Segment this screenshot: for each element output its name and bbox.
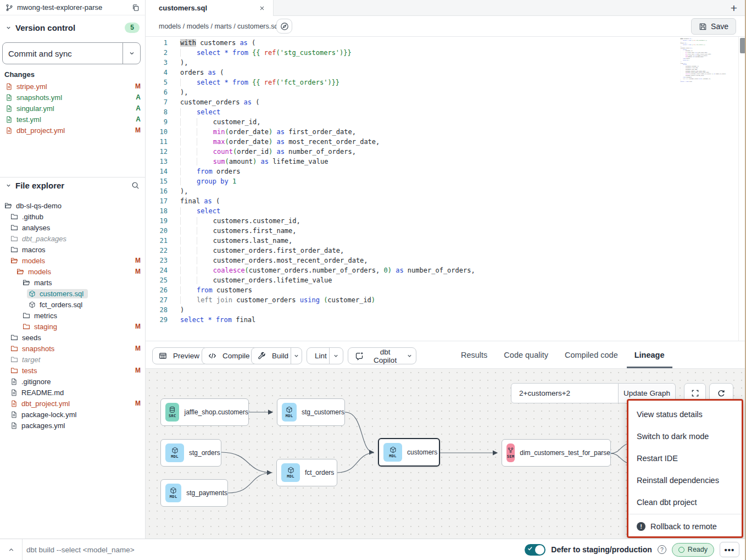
code-line[interactable]: 14 from orders xyxy=(146,167,475,176)
code-line[interactable]: 22 customer_orders.first_order_date, xyxy=(146,246,475,256)
menu-item-clean-dbt-project[interactable]: Clean dbt project xyxy=(628,491,742,513)
lint-dropdown-chevron-icon[interactable] xyxy=(330,348,343,364)
code-line[interactable]: 16), xyxy=(146,186,475,196)
code-line[interactable]: 19 customers.customer_id, xyxy=(146,216,475,226)
change-row[interactable]: dbt_project.ymlM xyxy=(0,125,145,136)
code-line[interactable]: 29select * from final xyxy=(678,81,737,82)
change-row[interactable]: stripe.ymlM xyxy=(0,81,145,92)
new-tab-button[interactable]: + xyxy=(731,0,737,16)
file-tree-item-analyses[interactable]: analyses xyxy=(0,222,145,233)
file-tree-item-macros[interactable]: macros xyxy=(0,244,145,255)
code-line[interactable]: 18 select xyxy=(146,206,475,216)
search-icon[interactable] xyxy=(131,181,140,190)
menu-item-switch-to-dark-mode[interactable]: Switch to dark mode xyxy=(628,425,742,447)
code-line[interactable]: 29select * from final xyxy=(146,315,475,325)
menu-item-rollback-to-remote[interactable]: !Rollback to remote xyxy=(628,515,742,538)
file-tree-item-seeds[interactable]: seeds xyxy=(0,332,145,343)
lineage-node-fct-orders[interactable]: MDLfct_orders xyxy=(276,459,337,486)
file-tree-item-db-sl-qs-demo[interactable]: db-sl-qs-demo xyxy=(0,200,145,211)
build-button[interactable]: Build xyxy=(252,352,291,360)
file-tree-item--github[interactable]: .github xyxy=(0,211,145,222)
file-tree-item-tests[interactable]: testsM xyxy=(0,365,145,376)
file-tree-item-fct-orders-sql[interactable]: fct_orders.sql xyxy=(0,299,145,310)
code-line[interactable]: 23 customer_orders.most_recent_order_dat… xyxy=(146,256,475,265)
defer-toggle[interactable] xyxy=(525,544,545,556)
file-tree-item-marts[interactable]: marts xyxy=(0,277,145,288)
code-line[interactable]: 7customer_orders as ( xyxy=(146,97,475,107)
menu-item-restart-ide[interactable]: Restart IDE xyxy=(628,447,742,469)
code-line[interactable]: 8 select xyxy=(146,107,475,117)
chevron-up-icon[interactable] xyxy=(8,539,15,560)
dbt-command-input[interactable] xyxy=(26,539,356,560)
menu-item-view-status-details[interactable]: View status details xyxy=(628,403,742,425)
help-icon[interactable]: ? xyxy=(658,545,666,554)
file-tree-item-readme-md[interactable]: README.md xyxy=(0,387,145,398)
file-tree-item-dbt-project-yml[interactable]: dbt_project.ymlM xyxy=(0,398,145,409)
file-tree-item-metrics[interactable]: metrics xyxy=(0,310,145,321)
lineage-node-dim-customers-test-for-parse[interactable]: SEMdim_customers_test_for_parse xyxy=(502,439,611,467)
code-line[interactable]: 3), xyxy=(146,58,475,68)
file-tree-item-models[interactable]: modelsM xyxy=(0,255,145,266)
change-row[interactable]: singular.ymlA xyxy=(0,103,145,114)
code-line[interactable]: 26 from customers xyxy=(146,285,475,295)
code-line[interactable]: 17final as ( xyxy=(146,196,475,206)
change-row[interactable]: snapshots.ymlA xyxy=(0,92,145,103)
lineage-canvas[interactable]: SRCjaffle_shop.customersMDLstg_customers… xyxy=(146,369,746,539)
file-tree-item-target[interactable]: target xyxy=(0,354,145,365)
tab-compiled-code[interactable]: Compiled code xyxy=(565,341,618,368)
code-line[interactable]: 25 customer_orders.lifetime_value xyxy=(146,275,475,285)
status-badge[interactable]: Ready xyxy=(672,543,714,557)
lineage-node-stg-orders[interactable]: MDLstg_orders xyxy=(160,439,221,467)
commit-and-sync-button[interactable]: Commit and sync xyxy=(2,42,141,64)
commit-dropdown-chevron-icon[interactable] xyxy=(123,50,140,57)
branch-row[interactable]: mwong-test-explorer-parse xyxy=(0,0,145,15)
change-row[interactable]: test.ymlA xyxy=(0,114,145,125)
code-line[interactable]: 11 max(order_date) as most_recent_order_… xyxy=(146,137,475,147)
lineage-node-stg-payments[interactable]: MDLstg_payments xyxy=(160,479,228,507)
save-button[interactable]: Save xyxy=(691,18,736,35)
version-control-header[interactable]: Version control 5 xyxy=(0,21,145,34)
file-explorer-header[interactable]: File explorer xyxy=(0,179,145,192)
code-line[interactable]: 13 sum(amount) as lifetime_value xyxy=(146,157,475,167)
code-line[interactable]: 27 left join customer_orders using (cust… xyxy=(146,295,475,305)
more-options-button[interactable]: ••• xyxy=(720,542,739,557)
file-tree-item-snapshots[interactable]: snapshotsM xyxy=(0,343,145,354)
tab-results[interactable]: Results xyxy=(461,341,487,368)
lint-button[interactable]: Lint xyxy=(307,352,329,360)
code-line[interactable]: 21 customers.last_name, xyxy=(146,236,475,246)
compile-button[interactable]: Compile xyxy=(202,347,259,364)
code-line[interactable]: 6), xyxy=(146,87,475,97)
code-line[interactable]: 5 select * from {{ ref('fct_orders')}} xyxy=(146,77,475,87)
build-dropdown-chevron-icon[interactable] xyxy=(291,348,302,364)
file-tree-item-staging[interactable]: stagingM xyxy=(0,321,145,332)
tab-code-quality[interactable]: Code quality xyxy=(504,341,548,368)
code-line[interactable]: 4orders as ( xyxy=(146,68,475,77)
lineage-node-stg-customers[interactable]: MDLstg_customers xyxy=(277,398,345,426)
file-tree-item-dbt-packages[interactable]: dbt_packages xyxy=(0,233,145,244)
tab-customers-sql[interactable]: customers.sql xyxy=(146,0,274,16)
lineage-node-jaffle-shop-customers[interactable]: SRCjaffle_shop.customers xyxy=(160,398,249,426)
close-icon[interactable] xyxy=(259,5,265,12)
code-line[interactable]: 9 customer_id, xyxy=(146,117,475,127)
preview-button[interactable]: Preview xyxy=(152,347,208,364)
file-tree-item-packages-yml[interactable]: packages.yml xyxy=(0,420,145,431)
code-line[interactable]: 2 select * from {{ ref('stg_customers')}… xyxy=(146,48,475,58)
dbt-copilot-button[interactable]: dbt Copilot xyxy=(348,347,416,364)
file-tree-item--gitignore[interactable]: .gitignore xyxy=(0,376,145,387)
code-line[interactable]: 24 coalesce(customer_orders.number_of_or… xyxy=(146,265,475,275)
code-line[interactable]: 28) xyxy=(146,305,475,315)
code-line[interactable]: 1with customers as ( xyxy=(146,38,475,48)
minimap[interactable]: 1with customers as (2 select * from {{ r… xyxy=(678,38,737,148)
lineage-selector-input[interactable] xyxy=(511,383,619,403)
compass-navigate-button[interactable] xyxy=(276,19,292,34)
copilot-dropdown-chevron-icon[interactable] xyxy=(403,348,416,364)
file-tree-item-models[interactable]: modelsM xyxy=(0,266,145,277)
code-line[interactable]: 12 count(order_id) as number_of_orders, xyxy=(146,147,475,157)
code-line[interactable]: 20 customers.first_name, xyxy=(146,226,475,236)
code-lines[interactable]: 1with customers as (2 select * from {{ r… xyxy=(146,38,475,325)
menu-item-reinstall-dependencies[interactable]: Reinstall dependencies xyxy=(628,469,742,491)
code-line[interactable]: 10 min(order_date) as first_order_date, xyxy=(146,127,475,137)
code-line[interactable]: 15 group by 1 xyxy=(146,176,475,186)
lineage-node-customers[interactable]: MDLcustomers xyxy=(378,438,440,467)
code-editor[interactable]: 1with customers as (2 select * from {{ r… xyxy=(146,37,746,341)
